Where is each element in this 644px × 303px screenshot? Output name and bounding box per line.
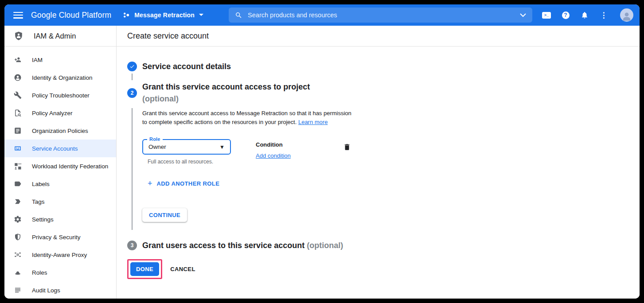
step-connector-line (132, 74, 133, 80)
sidebar-item-policy-analyzer[interactable]: Policy Analyzer (4, 104, 116, 122)
page-title: Create service account (127, 31, 209, 41)
project-name: Message Retraction (134, 12, 195, 19)
sidebar-item-roles[interactable]: Roles (4, 264, 116, 281)
role-dropdown[interactable]: Role Owner ▼ (142, 139, 231, 155)
sidebar: IAM & Admin IAM Identity & Organization … (4, 26, 117, 299)
sidebar-item-policy-troubleshooter[interactable]: Policy Troubleshooter (4, 86, 116, 104)
chevron-down-icon[interactable] (520, 13, 526, 17)
condition-column: Condition Add condition (256, 139, 291, 165)
step-2-number-badge: 2 (127, 88, 137, 98)
cloud-shell-icon[interactable]: >_ (542, 11, 551, 19)
sidebar-item-organization-policies[interactable]: Organization Policies (4, 122, 116, 140)
add-condition-link[interactable]: Add condition (256, 152, 291, 159)
sidebar-item-iam[interactable]: IAM (4, 51, 116, 69)
sidebar-item-privacy-security[interactable]: Privacy & Security (4, 228, 116, 246)
sidebar-item-identity-organization[interactable]: Identity & Organization (4, 69, 116, 86)
main-header: Create service account (117, 26, 640, 47)
step-3-title: Grant users access to this service accou… (142, 241, 343, 250)
step-2-body: Grant this service account access to Mes… (132, 108, 629, 230)
tag-icon (14, 198, 22, 206)
browser-window: Google Cloud Platform Message Retraction… (4, 4, 640, 299)
project-selector[interactable]: Message Retraction (122, 11, 207, 19)
add-another-role-button[interactable]: + ADD ANOTHER ROLE (148, 179, 629, 187)
sidebar-item-tags[interactable]: Tags (4, 193, 116, 210)
sidebar-item-label: Settings (32, 216, 54, 223)
form-actions: DONE CANCEL (127, 259, 629, 279)
step-3-number-badge: 3 (127, 241, 137, 250)
annotation-highlight-box: DONE (127, 259, 162, 279)
step-2-description: Grant this service account access to Mes… (142, 108, 356, 127)
more-options-icon[interactable]: ⋮ (599, 11, 608, 19)
project-grid-icon (122, 11, 131, 19)
sidebar-nav: IAM Identity & Organization Policy Troub… (4, 47, 116, 299)
plus-icon: + (148, 179, 152, 187)
continue-button[interactable]: CONTINUE (142, 208, 187, 222)
step-3-title-text: Grant users access to this service accou… (142, 241, 304, 250)
sidebar-item-label: IAM (32, 57, 43, 63)
gcp-logo: Google Cloud Platform (31, 11, 111, 20)
top-navigation-bar: Google Cloud Platform Message Retraction… (4, 4, 640, 26)
role-selected-value: Owner (148, 144, 219, 150)
trash-icon (343, 143, 351, 152)
step-1-service-account-details: Service account details (127, 62, 629, 71)
sidebar-item-label: Roles (32, 269, 47, 276)
learn-more-link[interactable]: Learn more (298, 119, 328, 125)
proxy-icon (14, 251, 22, 259)
step-2-title: Grant this service account access to pro… (142, 82, 310, 92)
sidebar-title: IAM & Admin (34, 32, 76, 40)
sidebar-item-audit-logs[interactable]: Audit Logs (4, 281, 116, 299)
sidebar-item-labels[interactable]: Labels (4, 175, 116, 193)
done-button[interactable]: DONE (130, 262, 159, 276)
sidebar-item-settings[interactable]: Settings (4, 210, 116, 228)
sidebar-item-label: Policy Troubleshooter (32, 92, 90, 99)
sidebar-item-identity-aware-proxy[interactable]: Identity-Aware Proxy (4, 246, 116, 264)
roles-hat-icon (14, 268, 22, 276)
search-placeholder: Search products and resources (248, 12, 520, 19)
sidebar-item-label: Privacy & Security (32, 234, 81, 241)
help-icon[interactable]: ? (561, 11, 570, 19)
notifications-icon[interactable] (580, 11, 589, 19)
sidebar-item-service-accounts[interactable]: Service Accounts (4, 140, 116, 157)
main-panel: Create service account Service account d… (117, 26, 640, 299)
step-3-optional-label: (optional) (307, 241, 343, 250)
sidebar-item-label: Policy Analyzer (32, 110, 73, 117)
add-another-role-label: ADD ANOTHER ROLE (157, 180, 220, 187)
topbar-actions: >_ ? ⋮ (542, 8, 633, 22)
hamburger-menu-icon[interactable] (13, 12, 23, 19)
policy-analyzer-icon (14, 109, 22, 117)
sidebar-item-label: Audit Logs (32, 287, 60, 294)
label-icon (14, 180, 22, 188)
sidebar-item-label: Service Accounts (32, 145, 78, 152)
sidebar-item-label: Identity-Aware Proxy (32, 252, 87, 258)
sidebar-item-label: Labels (32, 181, 50, 187)
condition-label: Condition (256, 141, 291, 148)
sidebar-item-workload-identity-federation[interactable]: Workload Identity Federation (4, 157, 116, 175)
role-condition-row: Role Owner ▼ Full access to all resource… (142, 139, 629, 165)
avatar[interactable] (620, 8, 633, 22)
wrench-icon (14, 91, 22, 99)
step-1-completed-check-icon (127, 62, 137, 71)
search-icon (235, 12, 242, 19)
role-field-label: Role (147, 136, 163, 142)
sidebar-item-label: Workload Identity Federation (32, 163, 108, 170)
document-icon (14, 127, 22, 135)
chevron-down-icon (199, 13, 204, 17)
step-2-optional-label: (optional) (142, 94, 310, 104)
sidebar-item-label: Organization Policies (32, 128, 88, 134)
dropdown-arrow-icon: ▼ (219, 144, 225, 150)
step-2-header: 2 Grant this service account access to p… (127, 82, 629, 104)
step-3-header: 3 Grant users access to this service acc… (127, 241, 629, 250)
sidebar-item-label: Tags (32, 198, 45, 205)
audit-logs-icon (14, 286, 22, 294)
cancel-button[interactable]: CANCEL (170, 266, 195, 272)
person-add-icon (14, 56, 22, 64)
step-1-title: Service account details (142, 62, 231, 71)
gear-icon (14, 215, 22, 223)
service-account-icon (14, 144, 22, 152)
role-helper-text: Full access to all resources. (148, 159, 231, 165)
shield-icon (14, 233, 22, 241)
search-input[interactable]: Search products and resources (229, 8, 532, 23)
person-circle-icon (14, 74, 22, 82)
create-service-account-form: Service account details 2 Grant this ser… (117, 47, 640, 279)
delete-role-button[interactable] (343, 143, 352, 152)
